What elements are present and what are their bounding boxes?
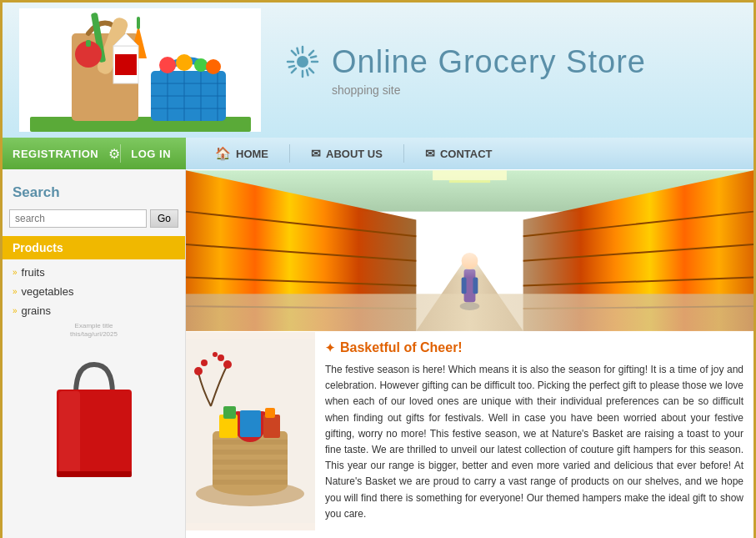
svg-line-30 (309, 51, 313, 55)
svg-point-72 (218, 354, 224, 361)
svg-rect-7 (137, 17, 140, 29)
svg-rect-37 (59, 391, 80, 475)
svg-point-71 (223, 360, 232, 369)
svg-rect-57 (462, 278, 467, 294)
article-right: ✦ Basketful of Cheer! The festive season… (315, 332, 753, 530)
main: Search Go Products » fruits » vegetables… (0, 169, 756, 538)
article-image (186, 332, 315, 530)
svg-rect-80 (263, 415, 280, 438)
contact-nav-link[interactable]: ✉ CONTACT (413, 138, 505, 169)
svg-line-33 (307, 70, 308, 75)
svg-rect-81 (223, 406, 236, 419)
site-logo-icon (286, 45, 319, 78)
svg-point-23 (297, 56, 308, 68)
svg-line-28 (292, 51, 296, 55)
svg-rect-38 (57, 471, 132, 477)
festive-image-svg (186, 339, 315, 523)
svg-rect-66 (213, 460, 288, 465)
svg-rect-82 (265, 408, 275, 418)
svg-point-16 (159, 57, 176, 73)
svg-point-70 (201, 360, 208, 366)
article-body: The festive season is here! Which means … (325, 362, 743, 522)
article-section: ✦ Basketful of Cheer! The festive season… (186, 332, 753, 530)
svg-line-35 (289, 66, 294, 68)
sidebar-watermark: Example title this/tag/url/2025 (3, 320, 185, 339)
contact-icon: ✉ (425, 147, 435, 160)
product-item-vegetables[interactable]: » vegetables (3, 282, 185, 301)
svg-rect-67 (213, 470, 288, 475)
registration-button[interactable]: REGISTRATION (3, 138, 108, 169)
home-nav-link[interactable]: 🏠 HOME (203, 138, 281, 169)
sidebar: Search Go Products » fruits » vegetables… (3, 169, 186, 538)
svg-rect-6 (86, 40, 91, 47)
login-button[interactable]: LOG IN (121, 138, 181, 169)
bullet-icon-grains: » (13, 306, 18, 315)
svg-point-54 (460, 302, 480, 310)
products-section-title: Products (3, 236, 185, 259)
nav-link-divider-2 (403, 144, 404, 163)
header-logo (19, 8, 261, 132)
header-title: Online Grocery Store shopping site (261, 44, 737, 97)
grocery-basket-image (30, 8, 251, 132)
article-title: ✦ Basketful of Cheer! (325, 340, 743, 355)
svg-line-34 (311, 57, 316, 58)
navbar: REGISTRATION ⚙ LOG IN 🏠 HOME ✉ ABOUT US … (0, 138, 756, 169)
site-subtitle: shopping site (332, 83, 737, 97)
svg-rect-79 (240, 410, 261, 437)
home-icon: 🏠 (215, 146, 231, 161)
svg-rect-58 (473, 278, 478, 294)
search-section-title: Search (3, 178, 185, 206)
header: Online Grocery Store shopping site (0, 0, 756, 138)
red-bag-svg (44, 356, 144, 481)
store-banner (186, 169, 753, 332)
site-title-row: Online Grocery Store (286, 44, 737, 80)
svg-rect-52 (433, 170, 507, 180)
gear-icon: ⚙ (108, 146, 120, 162)
search-go-button[interactable]: Go (150, 209, 178, 228)
search-row: Go (3, 206, 185, 236)
nav-link-divider-1 (289, 144, 290, 163)
store-aisle-svg (186, 169, 753, 332)
svg-line-32 (298, 48, 299, 53)
about-nav-link[interactable]: ✉ ABOUT US (298, 138, 395, 169)
star-bullet-icon: ✦ (325, 341, 335, 354)
svg-line-31 (292, 68, 296, 73)
bullet-icon-fruits: » (13, 268, 18, 277)
svg-point-18 (194, 58, 208, 72)
product-item-grains[interactable]: » grains (3, 301, 185, 320)
svg-point-17 (176, 54, 193, 71)
svg-point-73 (213, 352, 218, 357)
product-list: » fruits » vegetables » grains (3, 263, 185, 320)
product-item-fruits[interactable]: » fruits (3, 263, 185, 282)
svg-rect-22 (115, 54, 137, 75)
search-input[interactable] (9, 209, 147, 228)
svg-point-69 (194, 367, 203, 375)
svg-point-19 (206, 59, 221, 74)
svg-rect-53 (449, 180, 490, 183)
bullet-icon-vegetables: » (13, 287, 18, 296)
content: ✦ Basketful of Cheer! The festive season… (186, 169, 753, 538)
svg-rect-65 (213, 450, 288, 455)
site-title: Online Grocery Store (332, 44, 646, 80)
about-icon: ✉ (311, 147, 321, 160)
red-bag-image (44, 356, 144, 481)
svg-rect-68 (213, 480, 288, 485)
nav-left: REGISTRATION ⚙ LOG IN (3, 138, 186, 169)
svg-line-29 (309, 68, 313, 73)
nav-right: 🏠 HOME ✉ ABOUT US ✉ CONTACT (186, 138, 753, 169)
svg-point-59 (420, 212, 518, 278)
